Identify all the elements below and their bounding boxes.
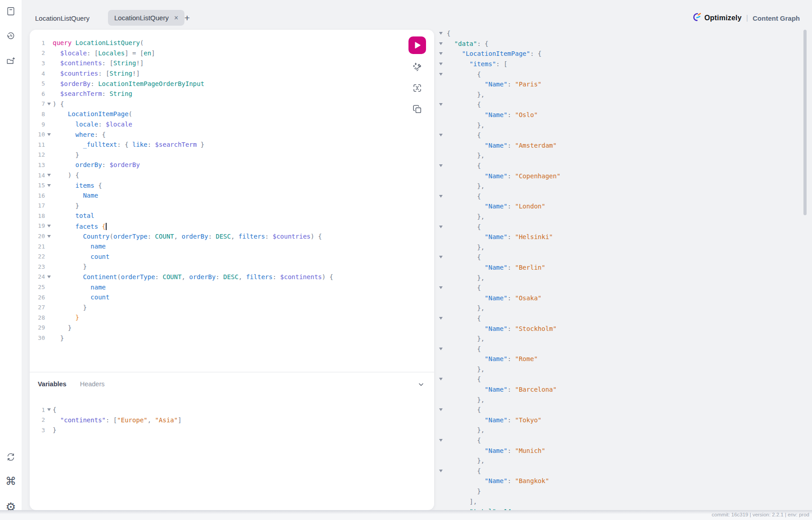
fold-triangle-icon[interactable] <box>439 32 443 35</box>
code-line: "Name": "Barcelona" <box>436 384 804 395</box>
code-text: locale: $locale <box>53 121 132 128</box>
line-number: 4 <box>30 70 45 77</box>
footer-bar: commit: 16c319 | version: 2.2.1 | env: p… <box>0 510 812 520</box>
copy-query-button[interactable] <box>410 102 424 116</box>
history-icon[interactable] <box>3 28 19 44</box>
copy-icon <box>412 104 423 115</box>
tab-location-list-query[interactable]: LocationListQuery <box>35 10 90 26</box>
fold-triangle-icon[interactable] <box>439 195 443 198</box>
code-text: } <box>53 202 79 209</box>
line-number: 20 <box>30 233 45 240</box>
code-text: }, <box>447 182 485 190</box>
execute-query-button[interactable] <box>408 36 426 54</box>
code-line: }, <box>436 456 804 466</box>
fold-triangle-icon[interactable] <box>47 103 51 105</box>
fold-triangle-icon[interactable] <box>439 164 443 167</box>
line-number: 16 <box>30 192 45 199</box>
play-icon <box>413 41 421 49</box>
tab-variables[interactable]: Variables <box>38 380 67 388</box>
code-text: { <box>447 284 481 291</box>
fold-triangle-icon[interactable] <box>439 378 443 380</box>
code-line: 7) { <box>30 99 434 109</box>
fold-triangle-icon[interactable] <box>439 470 443 472</box>
code-text: }, <box>447 213 485 220</box>
code-line: { <box>436 435 804 446</box>
code-line: "data": { <box>436 39 804 49</box>
add-tab-button[interactable]: + <box>180 10 194 26</box>
fold-triangle-icon[interactable] <box>47 235 51 238</box>
fold-triangle-icon[interactable] <box>47 133 51 136</box>
line-number: 15 <box>30 182 45 189</box>
collapse-secondary-button[interactable] <box>415 379 427 390</box>
fold-triangle-icon[interactable] <box>47 184 51 187</box>
response-pane[interactable]: { "data": { "LocationItemPage": { "items… <box>436 28 804 510</box>
code-text: } <box>53 324 72 331</box>
collections-icon[interactable] <box>3 53 19 69</box>
code-text: }, <box>447 304 485 312</box>
close-tab-icon[interactable]: × <box>174 14 178 22</box>
code-text: }, <box>447 274 485 281</box>
tab-label: LocationListQuery <box>114 14 169 22</box>
fold-triangle-icon[interactable] <box>439 63 443 65</box>
code-line: 10 where: { <box>30 129 434 140</box>
code-text: "Name": "Paris" <box>447 81 542 88</box>
fold-triangle-icon[interactable] <box>439 103 443 106</box>
fold-triangle-icon[interactable] <box>47 174 51 176</box>
fold-triangle-icon[interactable] <box>439 52 443 55</box>
code-line: }, <box>436 90 804 100</box>
code-text: "Name": "Oslo" <box>447 111 538 118</box>
code-text: orderBy: $orderBy <box>53 161 140 168</box>
fold-triangle-icon[interactable] <box>439 408 443 411</box>
fold-gutter <box>436 32 447 35</box>
tab-location-list-query-active[interactable]: LocationListQuery × <box>108 10 184 26</box>
shortcut-keys-icon[interactable]: ⌘ <box>3 473 19 489</box>
line-number: 18 <box>30 213 45 219</box>
fold-triangle-icon[interactable] <box>47 276 51 278</box>
code-text: { <box>447 315 481 322</box>
docs-icon[interactable] <box>3 3 19 19</box>
code-text: { <box>447 375 481 383</box>
code-text: { <box>447 162 481 169</box>
response-scrollbar-thumb[interactable] <box>803 30 807 215</box>
fold-triangle-icon[interactable] <box>439 134 443 136</box>
fold-gutter <box>436 439 447 442</box>
code-text: $continents: [String!] <box>53 59 144 67</box>
code-line: { <box>436 28 804 39</box>
fold-triangle-icon[interactable] <box>439 226 443 228</box>
fold-triangle-icon[interactable] <box>439 256 443 258</box>
code-text: }, <box>447 396 485 403</box>
fold-triangle-icon[interactable] <box>439 317 443 320</box>
prettify-button[interactable] <box>410 60 424 73</box>
fold-triangle-icon[interactable] <box>439 439 443 442</box>
code-text: "Name": "Amsterdam" <box>447 142 556 149</box>
line-number: 26 <box>30 294 45 301</box>
code-line: 17 } <box>30 201 434 211</box>
code-text: }, <box>447 366 485 373</box>
fold-gutter <box>45 276 53 278</box>
code-text: { <box>447 345 481 353</box>
code-line: "Name": "London" <box>436 201 804 212</box>
line-number: 9 <box>30 121 45 128</box>
fold-gutter <box>45 103 53 105</box>
code-text: "Name": "Munich" <box>447 447 545 454</box>
code-text: }, <box>447 152 485 159</box>
line-number: 28 <box>30 314 45 321</box>
refetch-schema-icon[interactable] <box>3 449 19 465</box>
fold-triangle-icon[interactable] <box>439 286 443 289</box>
code-line: "LocationItemPage": { <box>436 49 804 59</box>
fold-gutter <box>436 470 447 472</box>
query-editor[interactable]: 1query LocationListQuery(2 $locale: [Loc… <box>30 30 434 372</box>
merge-fragments-button[interactable] <box>410 81 424 95</box>
code-line: } <box>436 486 804 497</box>
fold-triangle-icon[interactable] <box>47 408 51 411</box>
fold-triangle-icon[interactable] <box>439 73 443 76</box>
fold-gutter <box>436 378 447 380</box>
fold-triangle-icon[interactable] <box>439 42 443 45</box>
variables-editor[interactable]: 1{2 "continents": ["Europe", "Asia"]3} <box>30 388 434 435</box>
fold-triangle-icon[interactable] <box>47 225 51 227</box>
code-line: { <box>436 252 804 262</box>
tab-headers[interactable]: Headers <box>80 380 105 388</box>
code-text: "Name": "Osaka" <box>447 294 542 302</box>
fold-triangle-icon[interactable] <box>439 348 443 350</box>
code-line: 27 } <box>30 302 434 312</box>
